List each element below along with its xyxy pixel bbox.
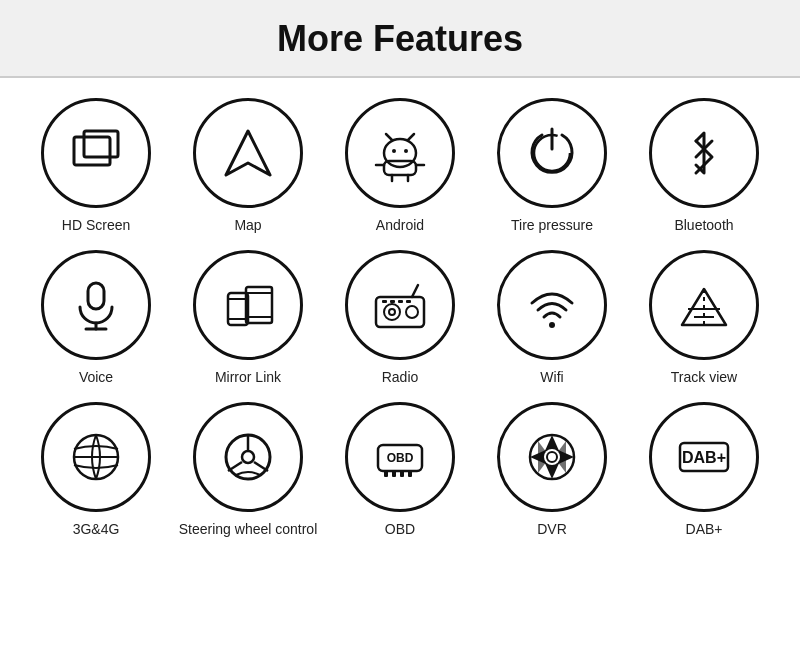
voice-label: Voice (79, 368, 113, 386)
wifi-icon (522, 275, 582, 335)
page-title: More Features (0, 18, 800, 60)
tire-pressure-icon (522, 123, 582, 183)
svg-text:OBD: OBD (387, 451, 414, 465)
bluetooth-icon (674, 123, 734, 183)
feature-map: Map (172, 98, 324, 234)
map-icon (218, 123, 278, 183)
voice-icon-circle (41, 250, 151, 360)
feature-bluetooth: Bluetooth (628, 98, 780, 234)
feature-3g4g: 3G&4G (20, 402, 172, 538)
radio-label: Radio (382, 368, 419, 386)
svg-rect-46 (384, 471, 388, 477)
dab-icon-circle: DAB+ (649, 402, 759, 512)
track-view-icon-circle (649, 250, 759, 360)
dvr-label: DVR (537, 520, 567, 538)
feature-tire-pressure: Tire pressure (476, 98, 628, 234)
dvr-icon (522, 427, 582, 487)
tire-pressure-icon-circle (497, 98, 607, 208)
3g4g-icon (66, 427, 126, 487)
svg-rect-32 (406, 300, 411, 303)
mirror-link-label: Mirror Link (215, 368, 281, 386)
mirror-link-icon (218, 275, 278, 335)
map-icon-circle (193, 98, 303, 208)
dvr-icon-circle (497, 402, 607, 512)
obd-icon-circle: OBD (345, 402, 455, 512)
steering-wheel-label: Steering wheel control (179, 520, 318, 538)
android-label: Android (376, 216, 424, 234)
tire-pressure-label: Tire pressure (511, 216, 593, 234)
voice-icon (66, 275, 126, 335)
svg-marker-2 (226, 131, 270, 175)
svg-rect-31 (398, 300, 403, 303)
dab-label: DAB+ (686, 520, 723, 538)
map-label: Map (234, 216, 261, 234)
hd-screen-icon-circle (41, 98, 151, 208)
feature-dvr: DVR (476, 402, 628, 538)
svg-line-43 (254, 462, 268, 471)
svg-text:DAB+: DAB+ (682, 449, 726, 466)
svg-rect-49 (408, 471, 412, 477)
feature-android: Android (324, 98, 476, 234)
wifi-icon-circle (497, 250, 607, 360)
svg-point-5 (404, 149, 408, 153)
feature-radio: Radio (324, 250, 476, 386)
wifi-label: Wifi (540, 368, 563, 386)
radio-icon (370, 275, 430, 335)
svg-rect-15 (88, 283, 104, 309)
3g4g-label: 3G&4G (73, 520, 120, 538)
3g4g-icon-circle (41, 402, 151, 512)
svg-point-28 (406, 306, 418, 318)
bluetooth-label: Bluetooth (674, 216, 733, 234)
bluetooth-icon-circle (649, 98, 759, 208)
steering-wheel-icon-circle (193, 402, 303, 512)
svg-point-3 (384, 139, 416, 167)
svg-point-40 (242, 451, 254, 463)
svg-point-27 (389, 309, 395, 315)
svg-line-42 (228, 462, 242, 471)
svg-point-33 (549, 322, 555, 328)
feature-voice: Voice (20, 250, 172, 386)
features-grid: HD Screen Map (0, 78, 800, 549)
android-icon-circle (345, 98, 455, 208)
svg-rect-0 (74, 137, 110, 165)
svg-line-7 (408, 134, 414, 140)
mirror-link-icon-circle (193, 250, 303, 360)
svg-rect-47 (392, 471, 396, 477)
obd-icon: OBD (370, 427, 430, 487)
hd-screen-icon (66, 123, 126, 183)
feature-mirror-link: Mirror Link (172, 250, 324, 386)
track-view-icon (674, 275, 734, 335)
svg-point-4 (392, 149, 396, 153)
feature-obd: OBD OBD (324, 402, 476, 538)
radio-icon-circle (345, 250, 455, 360)
feature-wifi: Wifi (476, 250, 628, 386)
feature-steering-wheel: Steering wheel control (172, 402, 324, 538)
obd-label: OBD (385, 520, 415, 538)
svg-rect-29 (382, 300, 387, 303)
android-icon (370, 123, 430, 183)
svg-line-6 (386, 134, 392, 140)
svg-point-26 (384, 304, 400, 320)
header: More Features (0, 0, 800, 78)
svg-rect-48 (400, 471, 404, 477)
track-view-label: Track view (671, 368, 737, 386)
svg-rect-1 (84, 131, 118, 157)
dab-icon: DAB+ (674, 427, 734, 487)
svg-line-25 (412, 285, 418, 297)
feature-dab: DAB+ DAB+ (628, 402, 780, 538)
feature-hd-screen: HD Screen (20, 98, 172, 234)
hd-screen-label: HD Screen (62, 216, 130, 234)
feature-track-view: Track view (628, 250, 780, 386)
svg-rect-30 (390, 300, 395, 303)
steering-wheel-icon (218, 427, 278, 487)
